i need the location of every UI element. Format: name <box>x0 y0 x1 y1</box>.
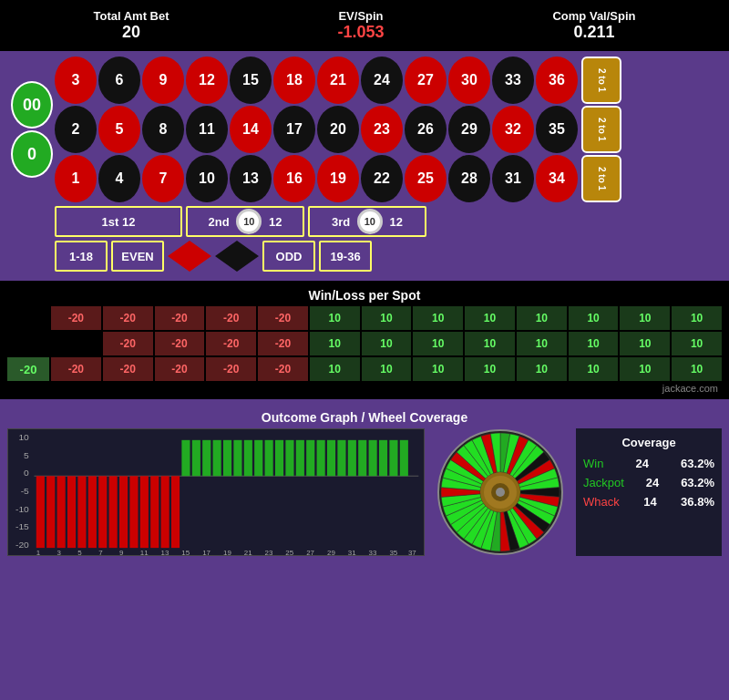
num-14[interactable]: 14 <box>230 106 272 153</box>
bet-19-36[interactable]: 19-36 <box>319 241 372 272</box>
num-18[interactable]: 18 <box>273 57 315 104</box>
wl-r2-c2: -20 <box>155 357 205 381</box>
svg-text:-15: -15 <box>15 522 29 531</box>
num-12[interactable]: 12 <box>186 57 228 104</box>
wl-r2-c8: 10 <box>465 357 515 381</box>
wl-r2-c11: 10 <box>620 357 670 381</box>
dozen-3[interactable]: 3rd 10 12 <box>308 206 426 237</box>
outcome-section: Outcome Graph / Wheel Coverage 10 5 0 -5… <box>0 403 729 560</box>
num-7[interactable]: 7 <box>142 155 184 202</box>
svg-rect-12 <box>77 476 86 548</box>
col-bet-3[interactable]: 2 to 1 <box>581 155 621 202</box>
num-30[interactable]: 30 <box>448 57 490 104</box>
svg-text:11: 11 <box>140 550 149 555</box>
svg-rect-21 <box>171 476 180 548</box>
dozen-1[interactable]: 1st 12 <box>55 206 182 237</box>
wl-r0-c5: 10 <box>310 306 360 330</box>
wl-r1-c10: 10 <box>569 332 619 355</box>
svg-text:-10: -10 <box>15 504 29 513</box>
svg-rect-35 <box>317 440 325 476</box>
coverage-jackpot-pct: 63.2% <box>681 476 714 489</box>
svg-text:23: 23 <box>265 550 273 555</box>
bet-1-18[interactable]: 1-18 <box>55 241 108 272</box>
dozen-3-chip: 10 <box>357 209 383 234</box>
num-19[interactable]: 19 <box>317 155 359 202</box>
total-amt-bet-value: 20 <box>93 23 169 42</box>
svg-rect-31 <box>275 440 283 476</box>
wl-r0-c9: 10 <box>517 306 567 330</box>
svg-text:1: 1 <box>36 550 40 555</box>
num-29[interactable]: 29 <box>448 106 490 153</box>
num-5[interactable]: 5 <box>98 106 140 153</box>
wl-r0-c6: 10 <box>362 306 412 330</box>
num-3[interactable]: 3 <box>55 57 97 104</box>
wl-r1-c1: -20 <box>103 332 153 355</box>
num-17[interactable]: 17 <box>273 106 315 153</box>
coverage-whack-count: 14 <box>643 495 656 509</box>
num-11[interactable]: 11 <box>186 106 228 153</box>
num-35[interactable]: 35 <box>536 106 578 153</box>
num-27[interactable]: 27 <box>405 57 447 104</box>
num-8[interactable]: 8 <box>142 106 184 153</box>
num-2[interactable]: 2 <box>55 106 97 153</box>
num-13[interactable]: 13 <box>230 155 272 202</box>
wl-r1-c4: -20 <box>258 332 308 355</box>
col-bet-2[interactable]: 2 to 1 <box>581 106 621 153</box>
wl-r2-c7: 10 <box>413 357 463 381</box>
black-diamond[interactable] <box>215 241 259 272</box>
num-33[interactable]: 33 <box>492 57 534 104</box>
double-zero[interactable]: 00 <box>11 81 53 129</box>
svg-text:0: 0 <box>24 468 29 478</box>
bet-odd[interactable]: ODD <box>262 241 315 272</box>
num-9[interactable]: 9 <box>142 57 184 104</box>
winloss-section: Win/Loss per Spot -20-20-20-20-201010101… <box>0 281 729 399</box>
num-26[interactable]: 26 <box>405 106 447 153</box>
num-28[interactable]: 28 <box>448 155 490 202</box>
coverage-win-row: Win 24 63.2% <box>583 457 714 470</box>
num-4[interactable]: 4 <box>98 155 140 202</box>
dozen-2[interactable]: 2nd 10 12 <box>186 206 304 237</box>
bet-even[interactable]: EVEN <box>111 241 164 272</box>
svg-text:15: 15 <box>181 550 190 555</box>
num-21[interactable]: 21 <box>317 57 359 104</box>
svg-rect-11 <box>67 476 76 548</box>
num-20[interactable]: 20 <box>317 106 359 153</box>
dozen-2-suffix: 12 <box>265 215 282 229</box>
num-36[interactable]: 36 <box>536 57 578 104</box>
svg-text:9: 9 <box>119 550 123 555</box>
winloss-title: Win/Loss per Spot <box>7 284 722 306</box>
num-31[interactable]: 31 <box>492 155 534 202</box>
single-zero[interactable]: 0 <box>11 130 53 178</box>
svg-rect-13 <box>88 476 97 548</box>
wl-r1-c11: 10 <box>620 332 670 355</box>
even-odd-row: 1-18 EVEN ODD 19-36 <box>55 241 718 272</box>
svg-text:-20: -20 <box>15 540 29 550</box>
svg-rect-18 <box>140 476 149 548</box>
num-16[interactable]: 16 <box>273 155 315 202</box>
num-6[interactable]: 6 <box>98 57 140 104</box>
num-23[interactable]: 23 <box>361 106 403 153</box>
svg-rect-43 <box>400 440 408 476</box>
svg-rect-28 <box>244 440 252 476</box>
num-34[interactable]: 34 <box>536 155 578 202</box>
total-amt-bet-label: Total Amt Bet <box>93 9 169 23</box>
num-15[interactable]: 15 <box>230 57 272 104</box>
wl-side-1 <box>7 332 49 355</box>
num-1[interactable]: 1 <box>55 155 97 202</box>
red-diamond[interactable] <box>168 241 211 272</box>
wl-r0-c2: -20 <box>155 306 205 330</box>
num-25[interactable]: 25 <box>405 155 447 202</box>
ev-spin-label: EV/Spin <box>337 9 384 23</box>
num-10[interactable]: 10 <box>186 155 228 202</box>
svg-rect-25 <box>213 440 221 476</box>
num-22[interactable]: 22 <box>361 155 403 202</box>
svg-rect-19 <box>150 476 159 548</box>
wl-r1-c6: 10 <box>362 332 412 355</box>
col-bet-1[interactable]: 2 to 1 <box>581 57 621 104</box>
roulette-grid: 00 0 36912151821242730333625811141720232… <box>11 57 718 202</box>
num-32[interactable]: 32 <box>492 106 534 153</box>
svg-text:37: 37 <box>408 550 416 555</box>
coverage-whack-row: Whack 14 36.8% <box>583 495 714 509</box>
num-24[interactable]: 24 <box>361 57 403 104</box>
wl-r1-c0 <box>51 332 101 355</box>
